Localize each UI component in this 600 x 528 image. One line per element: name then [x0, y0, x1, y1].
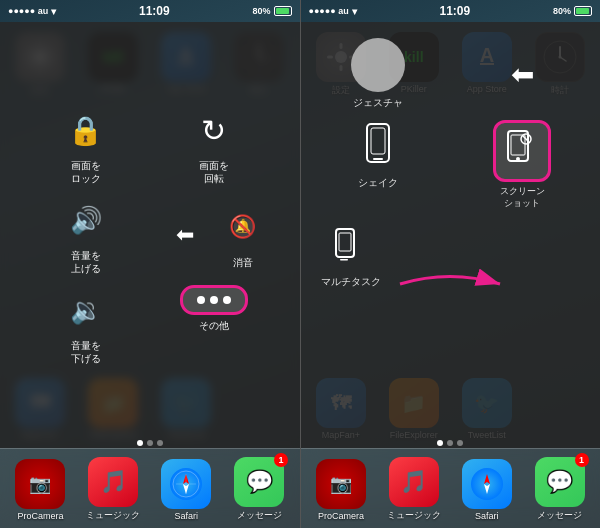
- safari-icon-left: [161, 459, 211, 509]
- svg-point-41: [516, 157, 520, 161]
- volume-down-label: 音量を下げる: [71, 339, 101, 365]
- dock-music-right[interactable]: 🎵 ミュージック: [377, 453, 450, 526]
- music-icon-r: 🎵: [389, 457, 439, 507]
- lock-control[interactable]: 🔒 画面をロック: [32, 105, 140, 185]
- screenshot-label: スクリーンショット: [500, 186, 545, 209]
- right-row-3: マルチタスク: [311, 219, 591, 289]
- dot-3: [157, 440, 163, 446]
- shake-control[interactable]: シェイク: [311, 120, 447, 190]
- carrier-text-r: ●●●●● au: [309, 6, 349, 16]
- volume-up-control[interactable]: 🔊 音量を上げる: [32, 195, 140, 275]
- rotate-control[interactable]: ↻ 画面を回転: [160, 105, 268, 185]
- gesture-circle-icon: [351, 38, 405, 92]
- multitask-label: マルチタスク: [321, 275, 381, 289]
- status-right: 80%: [252, 6, 291, 16]
- svg-point-48: [471, 468, 503, 500]
- dot-r-2: [447, 440, 453, 446]
- screenshot-highlight-box: [493, 120, 551, 182]
- dot-1: [137, 440, 143, 446]
- shake-label: シェイク: [358, 176, 398, 190]
- lock-icon: 🔒: [61, 105, 111, 155]
- music-label-r: ミュージック: [387, 509, 441, 522]
- battery-text-r: 80%: [553, 6, 571, 16]
- messages-icon-r: 💬 1: [535, 457, 585, 507]
- messages-icon-left: 💬 1: [234, 457, 284, 507]
- music-icon-left: 🎵: [88, 457, 138, 507]
- svg-rect-40: [511, 135, 525, 155]
- page-dots-left: [0, 440, 300, 446]
- dock-safari-left[interactable]: Safari: [150, 455, 223, 525]
- mute-icon: 🔕: [218, 202, 268, 252]
- right-row-2: シェイク スクリーンショット: [311, 120, 591, 209]
- left-phone-screen: ●●●●● au ▾ 11:09 80%: [0, 0, 300, 528]
- left-arrow-icon: ⬅: [511, 58, 534, 91]
- wifi-icon-r: ▾: [352, 6, 357, 17]
- procamera-label-r: ProCamera: [318, 511, 364, 521]
- dot-r-3: [457, 440, 463, 446]
- wifi-icon: ▾: [51, 6, 56, 17]
- back-control[interactable]: ⬅: [454, 58, 590, 91]
- status-bar-left: ●●●●● au ▾ 11:09 80%: [0, 0, 300, 22]
- safari-label-r: Safari: [475, 511, 499, 521]
- lock-label: 画面をロック: [71, 159, 101, 185]
- battery-bar-r: [574, 6, 592, 16]
- rotate-label: 画面を回転: [199, 159, 229, 185]
- dock-music-left[interactable]: 🎵 ミュージック: [77, 453, 150, 526]
- safari-label-left: Safari: [174, 511, 198, 521]
- control-overlay-right: ジェスチャ ⬅ シェイク: [301, 22, 601, 448]
- page-dots-right: [301, 440, 601, 446]
- status-right-r: 80%: [553, 6, 592, 16]
- volume-down-control[interactable]: 🔉 音量を下げる: [32, 285, 140, 365]
- svg-rect-36: [367, 124, 389, 162]
- battery-bar: [274, 6, 292, 16]
- status-left: ●●●●● au ▾: [8, 6, 56, 17]
- status-left-r: ●●●●● au ▾: [309, 6, 357, 17]
- svg-rect-45: [339, 233, 351, 251]
- dock-messages-left[interactable]: 💬 1 メッセージ: [223, 453, 296, 526]
- procamera-label: ProCamera: [17, 511, 63, 521]
- messages-badge-left: 1: [274, 453, 288, 467]
- rotate-icon: ↻: [189, 105, 239, 155]
- dock-procamera-right[interactable]: 📷 ProCamera: [305, 455, 378, 525]
- dock-left: 📷 ProCamera 🎵 ミュージック S: [0, 448, 300, 528]
- music-label-left: ミュージック: [86, 509, 140, 522]
- time-display-r: 11:09: [439, 4, 470, 18]
- svg-rect-37: [371, 128, 385, 154]
- multitask-control[interactable]: マルチタスク: [321, 219, 381, 289]
- dot-r-1: [437, 440, 443, 446]
- screenshot-control[interactable]: スクリーンショット: [454, 120, 590, 209]
- volume-up-label: 音量を上げる: [71, 249, 101, 275]
- shake-icon: [352, 120, 404, 172]
- dot-2: [147, 440, 153, 446]
- safari-icon-r: [462, 459, 512, 509]
- volume-down-icon: 🔉: [61, 285, 111, 335]
- procamera-icon-r: 📷: [316, 459, 366, 509]
- time-display: 11:09: [139, 4, 170, 18]
- svg-rect-38: [373, 158, 383, 160]
- dock-right: 📷 ProCamera 🎵 ミュージック Safari 💬: [301, 448, 601, 528]
- more-label: その他: [199, 319, 229, 332]
- gesture-label: ジェスチャ: [353, 96, 403, 110]
- battery-icon: 80%: [252, 6, 270, 16]
- messages-label-r: メッセージ: [537, 509, 582, 522]
- dock-messages-right[interactable]: 💬 1 メッセージ: [523, 453, 596, 526]
- svg-rect-46: [340, 259, 348, 261]
- more-dots-icon: [197, 296, 231, 304]
- right-phone-screen: ●●●●● au ▾ 11:09 80%: [301, 0, 601, 528]
- back-icon: ⬅: [160, 210, 210, 260]
- multitask-icon: [325, 219, 377, 271]
- control-overlay-left: 🔒 画面をロック ↻ 画面を回転 🔊 音量を上げる ⬅ 🔕 消音: [0, 22, 300, 448]
- status-bar-right: ●●●●● au ▾ 11:09 80%: [301, 0, 601, 22]
- dock-safari-right[interactable]: Safari: [450, 455, 523, 525]
- more-button-container[interactable]: その他: [160, 285, 268, 365]
- procamera-icon: 📷: [15, 459, 65, 509]
- dock-procamera-left[interactable]: 📷 ProCamera: [4, 455, 77, 525]
- messages-badge-r: 1: [575, 453, 589, 467]
- mute-label: 消音: [233, 256, 253, 269]
- volume-up-icon: 🔊: [61, 195, 111, 245]
- gesture-control[interactable]: ジェスチャ: [311, 38, 447, 110]
- more-highlight-box: [180, 285, 248, 315]
- carrier-text: ●●●●● au: [8, 6, 48, 16]
- messages-label-left: メッセージ: [237, 509, 282, 522]
- right-row-1: ジェスチャ ⬅: [311, 38, 591, 110]
